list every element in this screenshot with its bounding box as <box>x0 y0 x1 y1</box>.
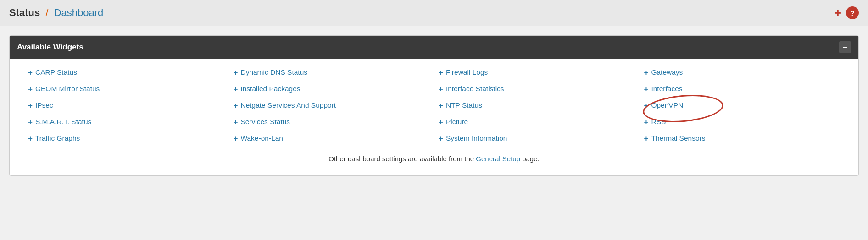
item-label: NTP Status <box>446 101 482 110</box>
widget-item-smart-status[interactable]: + S.M.A.R.T. Status <box>28 117 224 127</box>
item-label: RSS <box>651 117 666 126</box>
item-label: Gateways <box>651 68 683 77</box>
plus-icon: + <box>439 117 443 127</box>
widget-content: + CARP Status + GEOM Mirror Status + IPs… <box>10 59 858 175</box>
widget-item-services-status[interactable]: + Services Status <box>234 117 430 127</box>
item-label: System Information <box>446 134 507 143</box>
widget-column-4: + Gateways + Interfaces + OpenVPN + RSS <box>640 68 845 150</box>
plus-icon: + <box>439 134 443 144</box>
item-label: Picture <box>446 117 468 126</box>
plus-icon: + <box>644 101 649 111</box>
widget-item-interface-statistics[interactable]: + Interface Statistics <box>439 84 635 94</box>
footer-text-after: page. <box>520 155 540 163</box>
widget-item-firewall-logs[interactable]: + Firewall Logs <box>439 68 635 78</box>
plus-icon: + <box>439 101 443 111</box>
widget-panel-header: Available Widgets − <box>10 36 858 59</box>
item-label: Interface Statistics <box>446 84 504 93</box>
widget-item-system-information[interactable]: + System Information <box>439 134 635 144</box>
widget-panel: Available Widgets − + CARP Status + GEOM… <box>9 35 859 176</box>
widget-item-ntp-status[interactable]: + NTP Status <box>439 101 635 111</box>
item-label: Traffic Graphs <box>35 134 80 143</box>
item-label: Dynamic DNS Status <box>240 68 307 77</box>
footer-text-before: Other dashboard settings are available f… <box>328 155 476 163</box>
widget-item-openvpn[interactable]: + OpenVPN <box>644 101 840 111</box>
widget-item-rss[interactable]: + RSS <box>644 117 840 127</box>
item-label: IPsec <box>35 101 53 110</box>
item-label: GEOM Mirror Status <box>35 84 100 93</box>
widget-column-3: + Firewall Logs + Interface Statistics +… <box>434 68 640 150</box>
page-header: Status / Dashboard + ? <box>0 0 868 26</box>
plus-icon: + <box>234 68 238 78</box>
widget-item-traffic-graphs[interactable]: + Traffic Graphs <box>28 134 224 144</box>
widget-item-thermal-sensors[interactable]: + Thermal Sensors <box>644 134 840 144</box>
plus-icon: + <box>28 101 33 111</box>
widget-item-dynamic-dns-status[interactable]: + Dynamic DNS Status <box>234 68 430 78</box>
widget-item-carp-status[interactable]: + CARP Status <box>28 68 224 78</box>
general-setup-link[interactable]: General Setup <box>476 155 520 163</box>
status-text: Status <box>9 7 40 18</box>
item-label: Services Status <box>240 117 290 126</box>
collapse-button[interactable]: − <box>839 41 851 53</box>
widget-item-gateways[interactable]: + Gateways <box>644 68 840 78</box>
plus-icon: + <box>234 134 238 144</box>
item-label: CARP Status <box>35 68 77 77</box>
footer-note: Other dashboard settings are available f… <box>23 150 845 171</box>
widget-item-ipsec[interactable]: + IPsec <box>28 101 224 111</box>
plus-icon: + <box>28 84 33 94</box>
plus-icon: + <box>28 134 33 144</box>
breadcrumb: Status / Dashboard <box>9 7 103 19</box>
separator: / <box>45 7 48 18</box>
dashboard-text: Dashboard <box>54 7 104 18</box>
openvpn-circle: OpenVPN <box>651 101 683 110</box>
item-label: Installed Packages <box>240 84 300 93</box>
plus-icon: + <box>644 68 649 78</box>
plus-icon: + <box>234 117 238 127</box>
item-label: Netgate Services And Support <box>240 101 336 110</box>
item-label: Interfaces <box>651 84 682 93</box>
widget-item-interfaces[interactable]: + Interfaces <box>644 84 840 94</box>
widget-grid: + CARP Status + GEOM Mirror Status + IPs… <box>23 68 845 150</box>
plus-icon: + <box>644 117 649 127</box>
widget-column-1: + CARP Status + GEOM Mirror Status + IPs… <box>23 68 229 150</box>
plus-icon: + <box>28 68 33 78</box>
plus-icon: + <box>28 117 33 127</box>
widget-item-picture[interactable]: + Picture <box>439 117 635 127</box>
plus-icon: + <box>439 84 443 94</box>
plus-icon: + <box>234 84 238 94</box>
widget-item-netgate-services[interactable]: + Netgate Services And Support <box>234 101 430 111</box>
widget-column-2: + Dynamic DNS Status + Installed Package… <box>229 68 434 150</box>
plus-icon: + <box>644 84 649 94</box>
plus-icon: + <box>644 134 649 144</box>
widget-item-wake-on-lan[interactable]: + Wake-on-Lan <box>234 134 430 144</box>
widget-item-geom-mirror-status[interactable]: + GEOM Mirror Status <box>28 84 224 94</box>
item-label: OpenVPN <box>651 101 683 109</box>
plus-icon: + <box>234 101 238 111</box>
item-label: S.M.A.R.T. Status <box>35 117 91 126</box>
help-button[interactable]: ? <box>846 6 859 19</box>
item-label: Firewall Logs <box>446 68 488 77</box>
item-label: Wake-on-Lan <box>240 134 283 143</box>
item-label: Thermal Sensors <box>651 134 705 143</box>
add-widget-button[interactable]: + <box>835 7 841 19</box>
widget-item-installed-packages[interactable]: + Installed Packages <box>234 84 430 94</box>
plus-icon: + <box>439 68 443 78</box>
header-actions: + ? <box>835 6 859 19</box>
panel-title: Available Widgets <box>17 43 83 52</box>
